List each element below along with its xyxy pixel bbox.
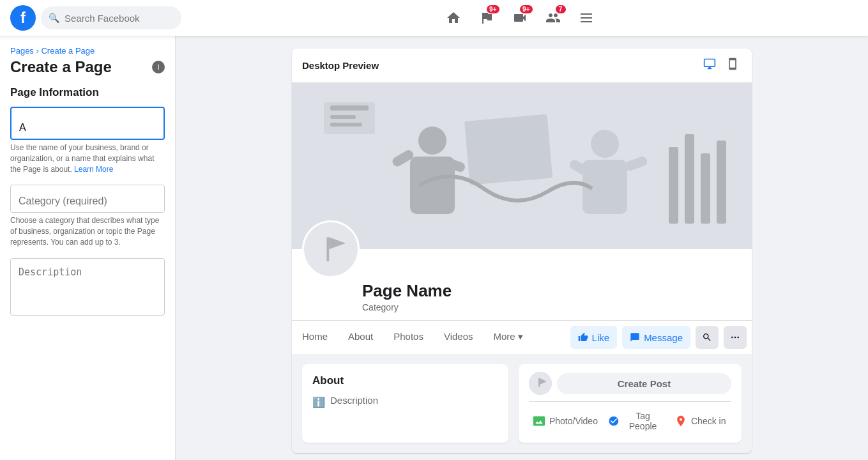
video-badge: 9+ [520,5,532,13]
svg-rect-1 [581,17,592,19]
svg-rect-29 [538,378,540,387]
like-button[interactable]: Like [570,326,618,349]
page-name-wrapper: Page name (required) [10,107,165,140]
breadcrumb: Pages › Create a Page [10,46,165,56]
description-input[interactable] [10,258,165,316]
tag-people-label: Tag People [623,411,663,431]
page-name-group: Page name (required) Use the name of you… [10,107,165,174]
message-button[interactable]: Message [622,326,690,349]
svg-rect-9 [464,114,552,185]
about-card: About ℹ️ Description [302,364,508,443]
left-panel: Pages › Create a Page Create a Page i Pa… [0,36,176,460]
flag-badge: 9+ [487,5,499,13]
svg-point-5 [418,126,446,155]
tab-about[interactable]: About [338,323,383,351]
category-hint: Choose a category that describes what ty… [10,215,165,247]
nav-people-button[interactable]: 7 [538,3,568,33]
post-area: Create Post Photo/Video Tag People [519,364,742,443]
category-wrapper [10,185,165,213]
preview-icons [701,55,742,76]
description-group [10,258,165,318]
breadcrumb-pages[interactable]: Pages [10,46,34,56]
tab-home[interactable]: Home [292,323,338,351]
page-content: About ℹ️ Description [292,354,752,453]
page-name-input[interactable] [10,107,165,140]
page-title: Create a Page [10,58,112,76]
nav-center: 9+ 9+ 7 [181,3,858,33]
search-bar: 🔍 [41,6,181,29]
about-description-item: ℹ️ Description [312,395,498,408]
svg-rect-23 [326,237,329,261]
profile-category: Category [362,302,752,312]
svg-rect-20 [330,115,356,119]
category-input[interactable] [10,185,165,213]
mobile-preview-btn[interactable] [724,55,742,76]
main-content: Desktop Preview [176,36,868,460]
svg-rect-22 [304,222,358,276]
category-group: Choose a category that describes what ty… [10,185,165,247]
about-description-text: Description [330,395,378,406]
profile-info: Page Name Category [292,249,752,312]
profile-section: Page Name Category Home About Photos Vid… [292,249,752,354]
svg-rect-15 [685,134,694,224]
create-post-card: Create Post Photo/Video Tag People [519,364,742,443]
tab-actions: Like Message [565,321,752,354]
learn-more-link[interactable]: Learn More [74,165,113,174]
profile-avatar [302,220,360,278]
topnav: f 🔍 9+ 9+ 7 [0,0,868,36]
cover-photo [292,83,752,249]
about-title: About [312,374,498,387]
post-avatar [529,372,552,395]
tag-people-button[interactable]: Tag People [604,407,667,435]
profile-name: Page Name [362,281,752,301]
create-post-row: Create Post [529,372,731,395]
check-in-label: Check in [691,416,726,426]
svg-point-26 [735,337,736,339]
preview-card: Desktop Preview [292,49,752,453]
preview-header: Desktop Preview [292,49,752,83]
nav-home-button[interactable] [438,3,469,33]
people-badge: 7 [556,5,566,13]
tab-videos[interactable]: Videos [434,323,483,351]
check-in-button[interactable]: Check in [669,407,731,435]
svg-rect-21 [330,123,362,126]
preview-title: Desktop Preview [302,60,379,71]
info-icon[interactable]: i [152,61,165,73]
nav-video-button[interactable]: 9+ [505,3,535,33]
search-page-button[interactable] [696,326,719,349]
svg-rect-16 [701,153,710,224]
svg-rect-0 [581,13,592,15]
photo-video-button[interactable]: Photo/Video [529,407,602,435]
svg-rect-14 [669,147,678,224]
photo-video-label: Photo/Video [549,416,598,426]
section-title: Page Information [10,86,165,99]
page-name-hint: Use the name of your business, brand or … [10,142,165,174]
tab-photos[interactable]: Photos [383,323,434,351]
more-options-button[interactable] [724,326,747,349]
svg-point-27 [737,337,739,339]
page-tabs: Home About Photos Videos More ▾ Like Mes… [292,320,752,354]
facebook-logo[interactable]: f [10,5,36,31]
create-post-button[interactable]: Create Post [557,373,731,394]
search-icon: 🔍 [49,13,59,23]
nav-menu-button[interactable] [571,3,602,33]
svg-rect-19 [330,105,369,111]
info-circle-icon: ℹ️ [312,396,325,408]
svg-point-25 [731,337,733,339]
breadcrumb-current: Create a Page [41,46,95,56]
post-actions: Photo/Video Tag People Check in [529,401,731,435]
desktop-preview-btn[interactable] [701,55,719,76]
search-input[interactable] [65,13,167,24]
nav-flag-button[interactable]: 9+ [471,3,502,33]
svg-point-10 [591,130,619,158]
tab-more[interactable]: More ▾ [483,323,533,352]
svg-rect-2 [581,21,592,22]
svg-rect-17 [717,141,726,224]
